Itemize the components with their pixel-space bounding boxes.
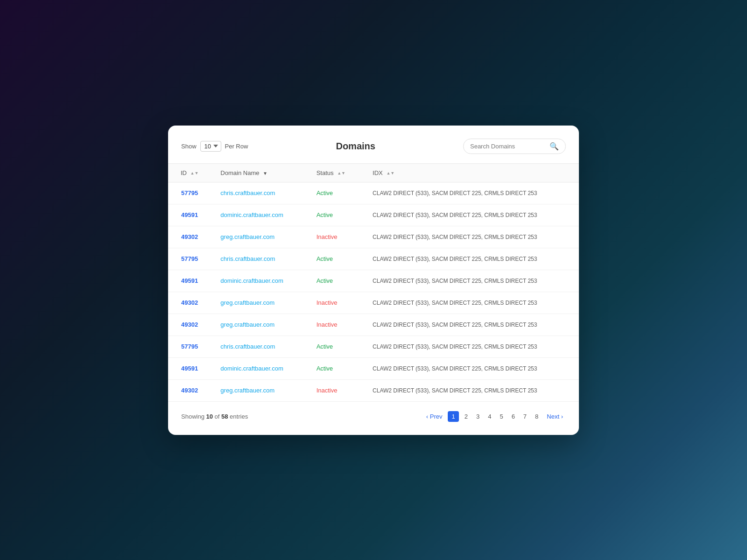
cell-status: Active (307, 204, 363, 226)
cell-id: 49302 (168, 226, 211, 248)
domain-link[interactable]: chris.craftbauer.com (220, 255, 275, 262)
page-title: Domains (336, 141, 375, 152)
cell-id: 49591 (168, 357, 211, 379)
cell-idx: CLAW2 DIRECT (533), SACM DIRECT 225, CRM… (363, 379, 579, 401)
page-5-button[interactable]: 5 (497, 411, 506, 422)
sort-icon-status: ▲▼ (337, 171, 345, 175)
cell-idx: CLAW2 DIRECT (533), SACM DIRECT 225, CRM… (363, 336, 579, 357)
id-link[interactable]: 49302 (181, 321, 198, 328)
cell-domain: greg.craftbauer.com (211, 379, 307, 401)
next-button[interactable]: Next › (544, 411, 566, 422)
per-row-select[interactable]: 10 25 50 (200, 141, 221, 152)
domain-link[interactable]: greg.craftbauer.com (220, 321, 275, 328)
domain-link[interactable]: greg.craftbauer.com (220, 299, 275, 306)
cell-idx: CLAW2 DIRECT (533), SACM DIRECT 225, CRM… (363, 182, 579, 204)
table-row: 49591 dominic.craftbauer.com Active CLAW… (168, 270, 579, 292)
page-6-button[interactable]: 6 (509, 411, 518, 422)
status-badge: Active (317, 211, 333, 218)
show-label: Show (181, 143, 197, 150)
cell-id: 49591 (168, 204, 211, 226)
cell-status: Active (307, 248, 363, 270)
idx-text: CLAW2 DIRECT (533), SACM DIRECT 225, CRM… (373, 190, 537, 196)
cell-status: Inactive (307, 379, 363, 401)
cell-idx: CLAW2 DIRECT (533), SACM DIRECT 225, CRM… (363, 314, 579, 336)
search-box: 🔍 (463, 139, 566, 154)
page-8-button[interactable]: 8 (532, 411, 541, 422)
cell-domain: greg.craftbauer.com (211, 314, 307, 336)
main-card: Show 10 25 50 Per Row Domains 🔍 ID ▲▼ Do… (168, 126, 579, 435)
domain-link[interactable]: chris.craftbauer.com (220, 189, 275, 196)
search-input[interactable] (470, 143, 546, 150)
id-link[interactable]: 49591 (181, 211, 198, 218)
domain-link[interactable]: dominic.craftbauer.com (220, 277, 283, 284)
cell-id: 49302 (168, 292, 211, 314)
status-badge: Inactive (317, 321, 338, 328)
id-link[interactable]: 57795 (181, 343, 198, 350)
page-3-button[interactable]: 3 (473, 411, 482, 422)
id-link[interactable]: 49591 (181, 365, 198, 372)
show-control: Show 10 25 50 Per Row (181, 141, 248, 152)
col-header-idx[interactable]: IDX ▲▼ (363, 163, 579, 182)
table-row: 49302 greg.craftbauer.com Inactive CLAW2… (168, 314, 579, 336)
cell-idx: CLAW2 DIRECT (533), SACM DIRECT 225, CRM… (363, 226, 579, 248)
idx-text: CLAW2 DIRECT (533), SACM DIRECT 225, CRM… (373, 300, 537, 306)
idx-text: CLAW2 DIRECT (533), SACM DIRECT 225, CRM… (373, 212, 537, 218)
cell-id: 49591 (168, 270, 211, 292)
table-row: 57795 chris.craftbauer.com Active CLAW2 … (168, 248, 579, 270)
col-header-id[interactable]: ID ▲▼ (168, 163, 211, 182)
idx-text: CLAW2 DIRECT (533), SACM DIRECT 225, CRM… (373, 387, 537, 394)
showing-count: 10 (206, 413, 212, 420)
page-1-button[interactable]: 1 (448, 411, 458, 422)
cell-domain: dominic.craftbauer.com (211, 204, 307, 226)
cell-status: Active (307, 182, 363, 204)
table-row: 49302 greg.craftbauer.com Inactive CLAW2… (168, 226, 579, 248)
table-row: 57795 chris.craftbauer.com Active CLAW2 … (168, 336, 579, 357)
table-row: 49591 dominic.craftbauer.com Active CLAW… (168, 357, 579, 379)
cell-status: Active (307, 270, 363, 292)
domain-link[interactable]: chris.craftbauer.com (220, 343, 275, 350)
domain-link[interactable]: dominic.craftbauer.com (220, 365, 283, 372)
idx-text: CLAW2 DIRECT (533), SACM DIRECT 225, CRM… (373, 365, 537, 372)
id-link[interactable]: 49302 (181, 299, 198, 306)
sort-icon-id: ▲▼ (190, 171, 199, 175)
id-link[interactable]: 57795 (181, 255, 198, 262)
cell-domain: chris.craftbauer.com (211, 182, 307, 204)
cell-status: Active (307, 357, 363, 379)
status-badge: Active (317, 277, 333, 284)
cell-idx: CLAW2 DIRECT (533), SACM DIRECT 225, CRM… (363, 270, 579, 292)
cell-domain: dominic.craftbauer.com (211, 357, 307, 379)
per-row-label: Per Row (225, 143, 248, 150)
page-2-button[interactable]: 2 (462, 411, 471, 422)
cell-domain: greg.craftbauer.com (211, 226, 307, 248)
table-row: 49302 greg.craftbauer.com Inactive CLAW2… (168, 292, 579, 314)
col-header-domain[interactable]: Domain Name ▼ (211, 163, 307, 182)
table-row: 49591 dominic.craftbauer.com Active CLAW… (168, 204, 579, 226)
cell-idx: CLAW2 DIRECT (533), SACM DIRECT 225, CRM… (363, 292, 579, 314)
cell-status: Active (307, 336, 363, 357)
id-link[interactable]: 49302 (181, 387, 198, 394)
col-header-status[interactable]: Status ▲▼ (307, 163, 363, 182)
idx-text: CLAW2 DIRECT (533), SACM DIRECT 225, CRM… (373, 343, 537, 350)
cell-idx: CLAW2 DIRECT (533), SACM DIRECT 225, CRM… (363, 357, 579, 379)
id-link[interactable]: 49591 (181, 277, 198, 284)
search-icon: 🔍 (550, 142, 559, 151)
domain-link[interactable]: greg.craftbauer.com (220, 233, 275, 240)
domain-link[interactable]: greg.craftbauer.com (220, 387, 275, 394)
idx-text: CLAW2 DIRECT (533), SACM DIRECT 225, CRM… (373, 278, 537, 284)
id-link[interactable]: 49302 (181, 233, 198, 240)
cell-idx: CLAW2 DIRECT (533), SACM DIRECT 225, CRM… (363, 248, 579, 270)
showing-total: 58 (221, 413, 228, 420)
cell-domain: dominic.craftbauer.com (211, 270, 307, 292)
sort-icon-domain: ▼ (263, 171, 268, 176)
cell-id: 49302 (168, 314, 211, 336)
page-7-button[interactable]: 7 (521, 411, 529, 422)
id-link[interactable]: 57795 (181, 189, 198, 196)
domain-link[interactable]: dominic.craftbauer.com (220, 211, 283, 218)
card-header: Show 10 25 50 Per Row Domains 🔍 (168, 139, 579, 163)
prev-button[interactable]: ‹ Prev (423, 411, 445, 422)
showing-text: Showing 10 of 58 entries (181, 413, 248, 420)
idx-text: CLAW2 DIRECT (533), SACM DIRECT 225, CRM… (373, 234, 537, 240)
status-badge: Active (317, 189, 333, 196)
cell-id: 57795 (168, 182, 211, 204)
page-4-button[interactable]: 4 (485, 411, 494, 422)
